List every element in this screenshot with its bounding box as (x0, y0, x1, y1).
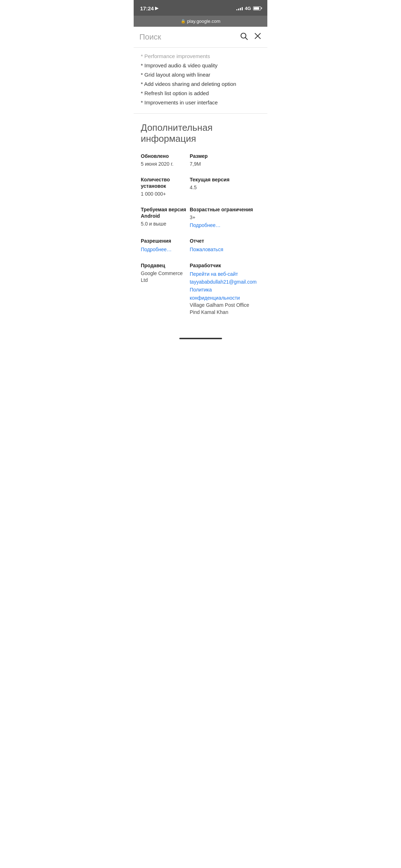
seller-value: Google Commerce Ltd (141, 270, 186, 284)
home-bar (179, 338, 222, 339)
info-grid: Обновлено 5 июня 2020 г. Размер 7,9M Кол… (141, 153, 260, 324)
info-cell-version: Текущая версия 4.5 (190, 176, 260, 206)
search-icon[interactable] (240, 32, 248, 42)
battery-icon (253, 6, 261, 10)
signal-bar-3 (240, 8, 241, 10)
size-value: 7,9M (190, 161, 257, 168)
age-label: Возрастные ограничения (190, 206, 257, 213)
lock-icon: 🔒 (181, 19, 186, 24)
seller-label: Продавец (141, 262, 186, 269)
info-cell-developer: Разработчик Перейти на веб-сайт tayyabab… (190, 262, 260, 325)
version-label: Текущая версия (190, 176, 257, 183)
changelog-item: * Add videos sharing and deleting option (141, 80, 260, 88)
changelog-item: * Improvements in user interface (141, 98, 260, 107)
changelog-item: * Performance improvements (141, 52, 260, 61)
changelog-section: * Performance improvements * Improved au… (134, 48, 267, 114)
time-display: 17:24 (140, 5, 154, 11)
battery-fill (254, 7, 259, 10)
report-label: Отчет (190, 238, 257, 244)
info-cell-size: Размер 7,9M (190, 153, 260, 176)
android-label: Требуемая версия Android (141, 206, 186, 219)
status-bar: 17:24 ▶ 4G (134, 0, 267, 16)
developer-label: Разработчик (190, 262, 257, 269)
developer-privacy-link[interactable]: Политика конфиденциальности (190, 286, 257, 302)
additional-info-section: Дополнительная информация Обновлено 5 ию… (134, 114, 267, 335)
changelog-item: * Improved audio & video quality (141, 61, 260, 70)
url-text: play.google.com (187, 19, 221, 24)
network-type: 4G (245, 6, 251, 11)
age-value: 3+ (190, 214, 257, 221)
signal-bar-4 (242, 7, 243, 10)
installs-value: 1 000 000+ (141, 191, 186, 198)
info-cell-updated: Обновлено 5 июня 2020 г. (141, 153, 190, 176)
section-title: Дополнительная информация (141, 122, 260, 144)
search-icons (240, 32, 262, 42)
version-value: 4.5 (190, 184, 257, 191)
info-cell-report: Отчет Пожаловаться (190, 238, 260, 262)
info-cell-android: Требуемая версия Android 5.0 и выше (141, 206, 190, 238)
search-bar: Поиск (134, 27, 267, 48)
updated-label: Обновлено (141, 153, 186, 159)
browser-url: 🔒 play.google.com (181, 19, 221, 24)
changelog-item: * Refresh list option is added (141, 89, 260, 98)
installs-label: Количество установок (141, 176, 186, 189)
status-time: 17:24 ▶ (140, 5, 158, 11)
search-placeholder[interactable]: Поиск (139, 32, 161, 42)
browser-bar: 🔒 play.google.com (134, 16, 267, 27)
permissions-link[interactable]: Подробнее… (141, 246, 186, 253)
permissions-label: Разрешения (141, 238, 186, 244)
info-cell-permissions: Разрешения Подробнее… (141, 238, 190, 262)
developer-email-link[interactable]: tayyababdullah21@gmail.com (190, 278, 257, 286)
status-right: 4G (236, 6, 261, 11)
age-details-link[interactable]: Подробнее… (190, 221, 257, 229)
signal-bars (236, 6, 243, 10)
info-cell-age: Возрастные ограничения 3+ Подробнее… (190, 206, 260, 238)
android-value: 5.0 и выше (141, 221, 186, 228)
developer-address: Village Galham Post Office Pind Kamal Kh… (190, 302, 257, 316)
signal-bar-1 (236, 9, 237, 10)
svg-line-1 (246, 38, 248, 40)
info-cell-installs: Количество установок 1 000 000+ (141, 176, 190, 206)
report-link[interactable]: Пожаловаться (190, 246, 257, 253)
home-indicator (134, 335, 267, 345)
changelog-item: * Grid layout along with linear (141, 71, 260, 79)
signal-bar-2 (238, 9, 239, 10)
developer-website-link[interactable]: Перейти на веб-сайт (190, 270, 257, 278)
updated-value: 5 июня 2020 г. (141, 161, 186, 168)
location-icon: ▶ (155, 6, 158, 11)
close-icon[interactable] (254, 32, 262, 42)
size-label: Размер (190, 153, 257, 159)
info-cell-seller: Продавец Google Commerce Ltd (141, 262, 190, 325)
